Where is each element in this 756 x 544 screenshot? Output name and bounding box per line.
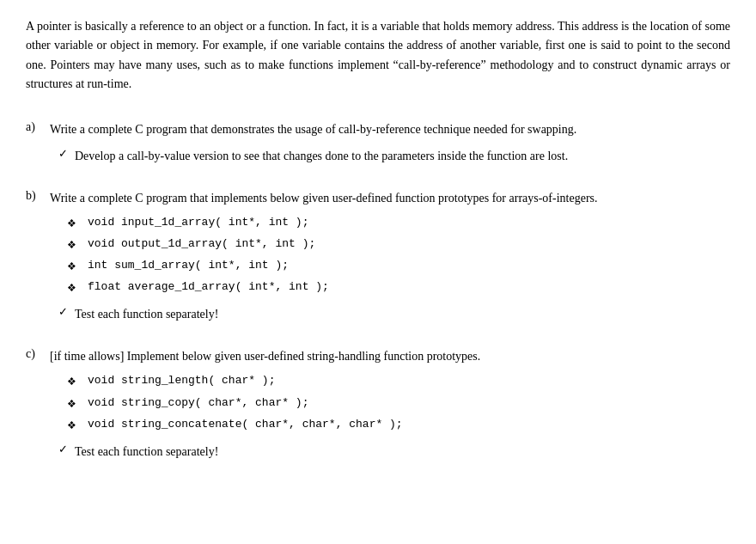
section-title-0: Write a complete C program that demonstr… [50,120,730,138]
diamond-icon: ❖ [67,237,81,254]
bullet-text-1-0: void input_1d_array( int*, int ); [88,214,308,232]
section-a: a)Write a complete C program that demons… [26,120,730,165]
section-c: c)[if time allows] Implement below given… [26,347,730,461]
bullet-text-1-1: void output_1d_array( int*, int ); [88,235,315,254]
list-item: ❖void output_1d_array( int*, int ); [67,235,730,254]
checkmark-icon: ✓ [58,305,68,319]
section-title-1: Write a complete C program that implemen… [50,189,730,207]
bullet-text-2-1: void string_copy( char*, char* ); [88,394,308,413]
list-item: ❖void input_1d_array( int*, int ); [67,214,730,232]
check-text-2: Test each function separately! [75,443,218,461]
checkmark-icon: ✓ [58,147,68,161]
list-item: ❖void string_length( char* ); [67,372,730,390]
section-b: b)Write a complete C program that implem… [26,189,730,324]
diamond-icon: ❖ [67,418,81,434]
check-item-0: ✓Develop a call-by-value version to see … [58,147,730,165]
section-label-1: b) [26,189,50,203]
check-text-0: Develop a call-by-value version to see t… [75,147,568,165]
diamond-icon: ❖ [67,216,81,232]
section-label-2: c) [26,347,50,361]
section-label-0: a) [26,120,50,134]
diamond-icon: ❖ [67,374,81,390]
check-text-1: Test each function separately! [75,305,218,323]
check-item-1: ✓Test each function separately! [58,305,730,323]
checkmark-icon: ✓ [58,443,68,456]
diamond-icon: ❖ [67,396,81,413]
bullet-text-2-0: void string_length( char* ); [88,372,275,390]
check-item-2: ✓Test each function separately! [58,443,730,461]
list-item: ❖float average_1d_array( int*, int ); [67,278,730,296]
bullet-text-1-2: int sum_1d_array( int*, int ); [88,257,289,275]
bullet-list-2: ❖void string_length( char* );❖void strin… [67,372,730,434]
diamond-icon: ❖ [67,259,81,275]
intro-paragraph: A pointer is basically a reference to an… [26,17,730,95]
list-item: ❖void string_concatenate( char*, char*, … [67,416,730,434]
bullet-text-1-3: float average_1d_array( int*, int ); [88,278,329,296]
list-item: ❖void string_copy( char*, char* ); [67,394,730,413]
bullet-text-2-2: void string_concatenate( char*, char*, c… [88,416,403,434]
section-title-2: [if time allows] Implement below given u… [50,347,730,365]
diamond-icon: ❖ [67,280,81,296]
list-item: ❖int sum_1d_array( int*, int ); [67,257,730,275]
bullet-list-1: ❖void input_1d_array( int*, int );❖void … [67,214,730,297]
